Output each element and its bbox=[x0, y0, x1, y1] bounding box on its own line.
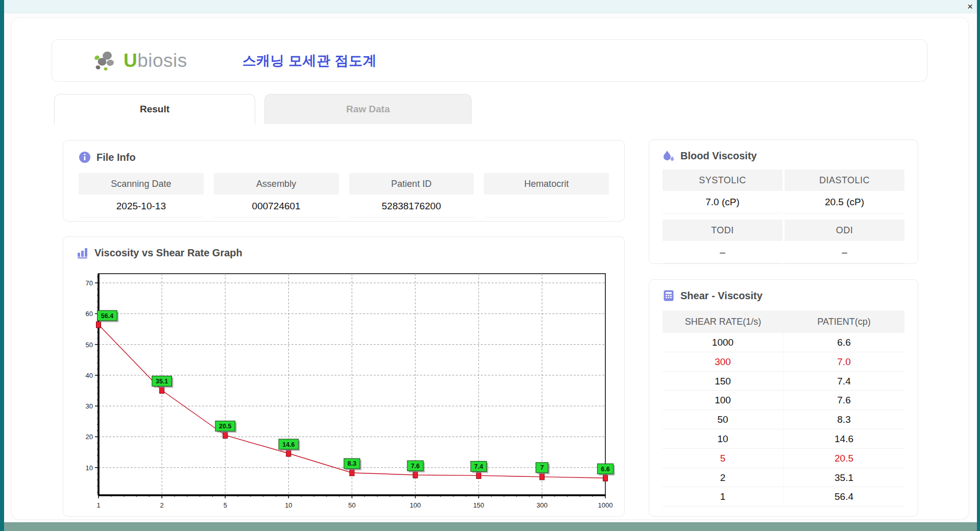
file-info-field: Scanning Date 2025-10-13 bbox=[79, 173, 204, 218]
field-value: 52838176200 bbox=[349, 195, 474, 218]
window-titlebar: × bbox=[0, 0, 980, 13]
svg-text:60: 60 bbox=[86, 310, 93, 318]
shear-viscosity-card: Shear - Viscosity SHEAR RATE(1/s) PATIEN… bbox=[649, 279, 918, 517]
patient-value-cell: 7.0 bbox=[783, 352, 904, 372]
viscosity-chart: 102030405060701251050100150300100056.435… bbox=[77, 271, 612, 516]
ubiosis-logo-icon bbox=[92, 50, 118, 72]
table-row: 100 7.6 bbox=[663, 391, 904, 410]
table-row: 50 8.3 bbox=[663, 410, 904, 429]
header-card: Ubiosis 스캐닝 모세관 점도계 bbox=[52, 39, 927, 82]
section-title: Blood Viscosity bbox=[680, 150, 757, 162]
graph-title-row: Viscosity vs Shear Rate Graph bbox=[77, 245, 611, 260]
table-row: 2 35.1 bbox=[663, 468, 904, 488]
svg-text:2: 2 bbox=[160, 501, 164, 509]
window-bottom-bar bbox=[0, 522, 980, 531]
patient-value-cell: 56.4 bbox=[783, 487, 904, 506]
svg-text:7.4: 7.4 bbox=[474, 463, 483, 470]
metric-value: – bbox=[785, 241, 904, 263]
patient-value-cell: 8.3 bbox=[783, 410, 904, 429]
svg-text:10: 10 bbox=[285, 501, 292, 509]
svg-text:300: 300 bbox=[536, 501, 548, 509]
svg-text:35.1: 35.1 bbox=[156, 378, 168, 385]
field-label: Patient ID bbox=[349, 173, 474, 195]
graph-card: Viscosity vs Shear Rate Graph 1020304050… bbox=[63, 236, 625, 517]
column-header: PATIENT(cp) bbox=[783, 310, 904, 333]
info-icon bbox=[79, 151, 91, 163]
shear-rate-cell: 100 bbox=[663, 391, 783, 410]
shear-viscosity-table: SHEAR RATE(1/s) PATIENT(cp) 1000 6.6 300… bbox=[663, 310, 904, 506]
svg-text:1: 1 bbox=[96, 501, 100, 509]
metric-value: – bbox=[663, 241, 782, 263]
svg-text:20: 20 bbox=[86, 433, 93, 441]
field-label: Scanning Date bbox=[79, 173, 204, 195]
svg-text:100: 100 bbox=[410, 501, 421, 509]
tab-raw-data[interactable]: Raw Data bbox=[264, 94, 472, 124]
shear-viscosity-title-row: Shear - Viscosity bbox=[663, 288, 904, 303]
brand-logo: Ubiosis bbox=[92, 50, 187, 72]
calculator-icon bbox=[663, 289, 675, 302]
metric-value: 7.0 (cP) bbox=[663, 191, 782, 213]
field-value bbox=[484, 195, 609, 218]
svg-text:56.4: 56.4 bbox=[101, 312, 113, 320]
field-value: 2025-10-13 bbox=[79, 195, 204, 218]
brand-wordmark: Ubiosis bbox=[124, 50, 187, 71]
file-info-field: Hematocrit bbox=[484, 173, 609, 218]
shear-rate-cell: 1 bbox=[663, 487, 783, 506]
window-edge-left bbox=[0, 0, 4, 531]
file-info-grid: Scanning Date 2025-10-13 Assembly 000724… bbox=[79, 173, 609, 218]
svg-text:7.6: 7.6 bbox=[411, 463, 420, 470]
metric-label: TODI bbox=[663, 220, 782, 241]
shear-rate-cell: 300 bbox=[663, 352, 783, 372]
field-label: Assembly bbox=[214, 173, 339, 195]
column-header: SHEAR RATE(1/s) bbox=[663, 310, 783, 333]
svg-text:8.3: 8.3 bbox=[348, 460, 356, 467]
field-value: 000724601 bbox=[214, 195, 339, 218]
table-row: 5 20.5 bbox=[663, 449, 904, 468]
file-info-field: Assembly 000724601 bbox=[214, 173, 339, 218]
svg-text:7: 7 bbox=[540, 464, 544, 471]
patient-value-cell: 6.6 bbox=[783, 333, 904, 352]
svg-text:1000: 1000 bbox=[598, 501, 613, 509]
shear-rate-cell: 1000 bbox=[663, 333, 783, 352]
patient-value-cell: 7.4 bbox=[783, 372, 904, 391]
svg-text:40: 40 bbox=[86, 372, 93, 379]
patient-value-cell: 35.1 bbox=[783, 468, 904, 488]
svg-text:6.6: 6.6 bbox=[601, 466, 609, 473]
blood-viscosity-title-row: Blood Viscosity bbox=[663, 148, 904, 163]
file-info-field: Patient ID 52838176200 bbox=[349, 173, 474, 218]
window-edge-right bbox=[977, 0, 980, 531]
page-title: 스캐닝 모세관 점도계 bbox=[242, 52, 377, 70]
close-icon[interactable]: × bbox=[967, 1, 973, 12]
table-body: 1000 6.6 300 7.0 150 7.4 100 7.6 50 8.3 … bbox=[663, 333, 904, 506]
table-row: 1000 6.6 bbox=[663, 333, 904, 352]
table-row: 300 7.0 bbox=[663, 352, 904, 372]
droplet-icon bbox=[663, 150, 675, 162]
metric-label: ODI bbox=[785, 220, 904, 241]
table-row: 150 7.4 bbox=[663, 372, 904, 391]
blood-viscosity-card: Blood Viscosity SYSTOLIC DIASTOLIC 7.0 (… bbox=[649, 139, 918, 264]
blood-viscosity-row: SYSTOLIC DIASTOLIC 7.0 (cP) 20.5 (cP) bbox=[663, 170, 904, 213]
table-header-row: SHEAR RATE(1/s) PATIENT(cp) bbox=[663, 310, 904, 333]
metric-label: SYSTOLIC bbox=[663, 170, 782, 191]
section-title: File Info bbox=[96, 152, 136, 163]
svg-text:20.5: 20.5 bbox=[219, 423, 231, 430]
blood-viscosity-row: TODI ODI – – bbox=[663, 220, 904, 263]
svg-text:150: 150 bbox=[473, 501, 484, 509]
patient-value-cell: 7.6 bbox=[783, 391, 904, 410]
section-title: Viscosity vs Shear Rate Graph bbox=[94, 247, 242, 259]
blood-viscosity-grid: SYSTOLIC DIASTOLIC 7.0 (cP) 20.5 (cP) TO… bbox=[663, 170, 904, 263]
svg-text:50: 50 bbox=[348, 501, 355, 509]
shear-rate-cell: 2 bbox=[663, 468, 783, 488]
section-title: Shear - Viscosity bbox=[680, 290, 763, 302]
shear-rate-cell: 5 bbox=[663, 449, 783, 468]
tab-result[interactable]: Result bbox=[54, 94, 255, 124]
metric-value: 20.5 (cP) bbox=[785, 191, 904, 213]
svg-text:10: 10 bbox=[86, 464, 93, 472]
shear-rate-cell: 50 bbox=[663, 410, 783, 429]
file-info-title-row: File Info bbox=[79, 150, 609, 165]
field-label: Hematocrit bbox=[484, 173, 609, 195]
svg-text:50: 50 bbox=[86, 341, 93, 349]
svg-text:5: 5 bbox=[224, 501, 227, 509]
svg-text:30: 30 bbox=[86, 402, 93, 410]
shear-rate-cell: 10 bbox=[663, 429, 783, 449]
